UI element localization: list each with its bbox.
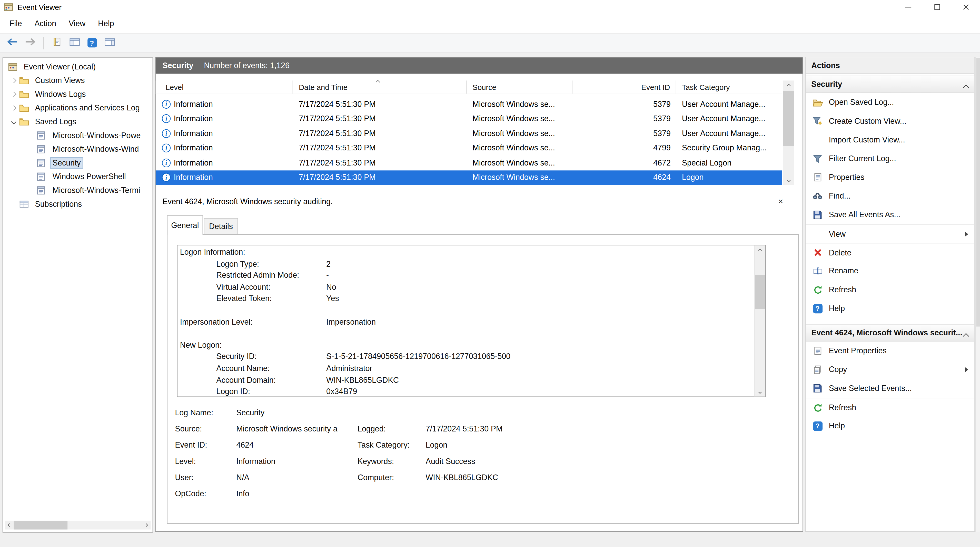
action-help[interactable]: ? Help bbox=[806, 416, 974, 435]
copy-icon bbox=[811, 365, 824, 374]
column-header-task-category[interactable]: Task Category bbox=[676, 81, 782, 94]
action-rename[interactable]: Rename bbox=[806, 262, 974, 280]
information-icon: i bbox=[162, 129, 170, 138]
action-save-selected-events[interactable]: Save Selected Events... bbox=[806, 379, 974, 398]
field-value: Security bbox=[236, 408, 358, 417]
field-row: OpCode: Info bbox=[175, 486, 791, 502]
back-button[interactable] bbox=[4, 35, 21, 51]
action-filter-current-log[interactable]: Filter Current Log... bbox=[806, 149, 974, 168]
action-save-all-events-as[interactable]: Save All Events As... bbox=[806, 206, 974, 224]
field-value: N/A bbox=[236, 473, 358, 482]
scroll-down-button[interactable] bbox=[783, 176, 794, 185]
description-vertical-scrollbar[interactable] bbox=[754, 246, 765, 396]
show-action-pane-button[interactable] bbox=[100, 35, 118, 51]
close-button[interactable] bbox=[951, 0, 980, 14]
properties-icon bbox=[811, 173, 824, 182]
detail-close-button[interactable]: × bbox=[775, 195, 786, 207]
scroll-left-button[interactable] bbox=[5, 521, 14, 529]
app-icon bbox=[4, 3, 13, 11]
event-description-box[interactable]: Logon Information: Logon Type:2 Restrict… bbox=[177, 245, 766, 397]
menu-file[interactable]: File bbox=[3, 17, 28, 31]
actions-scrollbar[interactable] bbox=[975, 57, 980, 532]
field-value: 7/17/2024 5:51:30 PM bbox=[426, 425, 791, 433]
chevron-up-icon bbox=[963, 333, 969, 339]
chevron-right-icon[interactable] bbox=[8, 92, 19, 96]
field-label: Log Name: bbox=[175, 408, 236, 417]
tree-item-security[interactable]: Security bbox=[3, 156, 152, 170]
menu-view[interactable]: View bbox=[62, 17, 92, 31]
actions-section-security[interactable]: Security bbox=[806, 76, 974, 93]
action-copy[interactable]: Copy bbox=[806, 360, 974, 379]
table-row[interactable]: iInformation 7/17/2024 5:51:30 PM Micros… bbox=[156, 111, 782, 126]
actions-section-event-4624[interactable]: Event 4624, Microsoft Windows securit... bbox=[806, 324, 974, 341]
scroll-right-button[interactable] bbox=[142, 521, 151, 529]
action-event-properties[interactable]: Event Properties bbox=[806, 341, 974, 360]
title-bar: Event Viewer bbox=[0, 0, 980, 14]
field-row: Level: Information Keywords: Audit Succe… bbox=[175, 453, 791, 469]
field-label: Logged: bbox=[358, 425, 426, 433]
action-import-custom-view[interactable]: Import Custom View... bbox=[806, 130, 974, 149]
export-button[interactable] bbox=[48, 35, 66, 51]
chevron-left-icon bbox=[8, 523, 11, 527]
tree-item-custom-views[interactable]: Custom Views bbox=[3, 74, 152, 88]
action-open-saved-log[interactable]: Open Saved Log... bbox=[806, 93, 974, 112]
field-row: Source: Microsoft Windows security a Log… bbox=[175, 421, 791, 437]
show-console-tree-button[interactable] bbox=[66, 35, 83, 51]
tree-horizontal-scrollbar[interactable] bbox=[5, 521, 151, 529]
tree-item-event-viewer-local[interactable]: Event Viewer (Local) bbox=[3, 60, 152, 74]
tree-item-ms-windows-wind[interactable]: Microsoft-Windows-Wind bbox=[3, 143, 152, 156]
information-icon: i bbox=[162, 114, 170, 123]
collapse-section-button[interactable] bbox=[964, 83, 968, 92]
action-properties[interactable]: Properties bbox=[806, 168, 974, 187]
column-header-date-time[interactable]: Date and Time bbox=[293, 81, 467, 94]
forward-button[interactable] bbox=[21, 35, 39, 51]
action-refresh[interactable]: Refresh bbox=[806, 398, 974, 416]
chevron-down-icon[interactable] bbox=[8, 120, 19, 124]
information-icon: i bbox=[162, 144, 170, 152]
scroll-up-button[interactable] bbox=[755, 246, 765, 255]
tree-item-ms-windows-termi[interactable]: Microsoft-Windows-Termi bbox=[3, 184, 152, 197]
action-refresh[interactable]: Refresh bbox=[806, 280, 974, 299]
menu-action[interactable]: Action bbox=[28, 17, 62, 31]
table-row[interactable]: iInformation 7/17/2024 5:51:30 PM Micros… bbox=[156, 155, 782, 170]
field-value: Logon bbox=[426, 441, 791, 450]
scrollbar-thumb[interactable] bbox=[783, 91, 794, 146]
action-create-custom-view[interactable]: Create Custom View... bbox=[806, 112, 974, 130]
log-header-bar: Security Number of events: 1,126 bbox=[156, 57, 802, 73]
toolbar-help-button[interactable]: ? bbox=[83, 35, 100, 51]
maximize-button[interactable] bbox=[923, 0, 951, 14]
table-row[interactable]: iInformation 7/17/2024 5:51:30 PM Micros… bbox=[156, 126, 782, 141]
collapse-section-button[interactable] bbox=[964, 331, 968, 340]
help-icon: ? bbox=[813, 304, 822, 313]
scrollbar-thumb[interactable] bbox=[755, 275, 765, 309]
scroll-down-button[interactable] bbox=[755, 387, 765, 396]
action-view[interactable]: View bbox=[806, 224, 974, 243]
action-find[interactable]: Find... bbox=[806, 187, 974, 206]
tab-general[interactable]: General bbox=[167, 216, 203, 235]
tree-item-windows-powershell[interactable]: Windows PowerShell bbox=[3, 170, 152, 184]
chevron-right-icon[interactable] bbox=[8, 106, 19, 110]
field-label: Keywords: bbox=[358, 457, 426, 466]
scrollbar-thumb[interactable] bbox=[14, 521, 68, 529]
table-row[interactable]: iInformation 7/17/2024 5:51:30 PM Micros… bbox=[156, 141, 782, 155]
scrollbar-thumb[interactable] bbox=[977, 58, 980, 327]
folder-icon bbox=[19, 90, 30, 98]
chevron-right-icon[interactable] bbox=[8, 79, 19, 82]
column-header-level[interactable]: Level bbox=[156, 81, 293, 94]
tree-item-subscriptions[interactable]: Subscriptions bbox=[3, 197, 152, 211]
column-header-event-id[interactable]: Event ID bbox=[573, 81, 676, 94]
events-vertical-scrollbar[interactable] bbox=[783, 81, 794, 185]
minimize-button[interactable] bbox=[894, 0, 923, 14]
action-help[interactable]: ? Help bbox=[806, 299, 974, 318]
table-row[interactable]: iInformation 7/17/2024 5:51:30 PM Micros… bbox=[156, 97, 782, 111]
tree-item-saved-logs[interactable]: Saved Logs bbox=[3, 115, 152, 128]
column-header-source[interactable]: Source bbox=[467, 81, 573, 94]
table-row-selected[interactable]: iInformation 7/17/2024 5:51:30 PM Micros… bbox=[156, 170, 782, 185]
tree-item-ms-windows-power[interactable]: Microsoft-Windows-Powe bbox=[3, 128, 152, 143]
menu-help[interactable]: Help bbox=[92, 17, 120, 31]
tree-item-applications-services-log[interactable]: Applications and Services Log bbox=[3, 101, 152, 115]
tree-item-windows-logs[interactable]: Windows Logs bbox=[3, 87, 152, 101]
action-delete[interactable]: Delete bbox=[806, 243, 974, 262]
tab-details[interactable]: Details bbox=[204, 218, 238, 235]
scroll-up-button[interactable] bbox=[783, 81, 794, 90]
